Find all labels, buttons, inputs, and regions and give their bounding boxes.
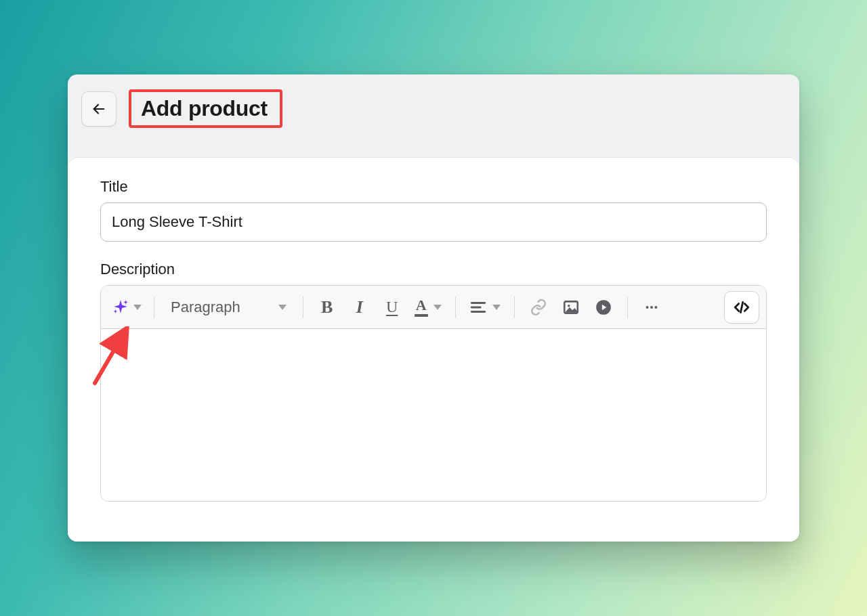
description-label: Description: [100, 261, 767, 278]
toolbar-separator: [154, 296, 154, 318]
link-icon: [530, 299, 547, 316]
toolbar-separator: [514, 296, 515, 318]
chevron-down-icon: [133, 305, 142, 310]
chevron-down-icon: [278, 305, 287, 310]
format-select-value: Paragraph: [171, 299, 240, 316]
insert-video-button[interactable]: [588, 292, 619, 322]
text-color-button[interactable]: A: [409, 292, 447, 322]
bold-icon: B: [321, 297, 333, 317]
back-button[interactable]: [81, 91, 117, 127]
toolbar-separator: [455, 296, 456, 318]
code-icon: [733, 299, 750, 316]
editor-toolbar: Paragraph B I U A: [101, 286, 766, 329]
underline-button[interactable]: U: [377, 292, 408, 322]
svg-point-5: [568, 305, 570, 307]
italic-icon: I: [356, 297, 363, 317]
svg-point-9: [654, 305, 657, 308]
toolbar-separator: [627, 296, 628, 318]
toolbar-separator: [303, 296, 303, 318]
svg-point-7: [646, 305, 648, 308]
arrow-left-icon: [91, 102, 106, 116]
insert-image-button[interactable]: [555, 292, 587, 322]
description-editor[interactable]: [101, 329, 766, 501]
paragraph-format-select[interactable]: Paragraph: [163, 292, 295, 322]
text-color-icon: A: [415, 298, 428, 317]
align-button[interactable]: [464, 292, 506, 322]
product-card: Title Description: [68, 157, 799, 542]
rich-text-editor: Paragraph B I U A: [100, 285, 767, 502]
image-icon: [562, 299, 580, 316]
svg-line-10: [740, 302, 742, 312]
chevron-down-icon: [492, 305, 501, 310]
page-header: Add product: [68, 74, 799, 150]
more-options-button[interactable]: [636, 292, 667, 322]
ai-generate-button[interactable]: [108, 292, 146, 322]
page-title: Add product: [141, 96, 268, 121]
title-label: Title: [100, 178, 767, 196]
title-field: Title: [100, 178, 767, 242]
product-form-window: Add product Title Description: [68, 74, 799, 542]
bold-button[interactable]: B: [312, 292, 343, 322]
html-source-button[interactable]: [724, 291, 759, 324]
dots-horizontal-icon: [644, 300, 659, 315]
page-title-highlight: Add product: [129, 89, 282, 128]
link-button[interactable]: [523, 292, 554, 322]
sparkle-icon: [112, 299, 129, 316]
italic-button[interactable]: I: [344, 292, 375, 322]
svg-point-8: [650, 305, 653, 308]
title-input[interactable]: [100, 202, 767, 242]
align-left-icon: [469, 299, 487, 316]
chevron-down-icon: [434, 305, 442, 310]
play-circle-icon: [595, 299, 612, 316]
underline-icon: U: [386, 298, 398, 316]
description-field: Description Paragr: [100, 261, 767, 502]
